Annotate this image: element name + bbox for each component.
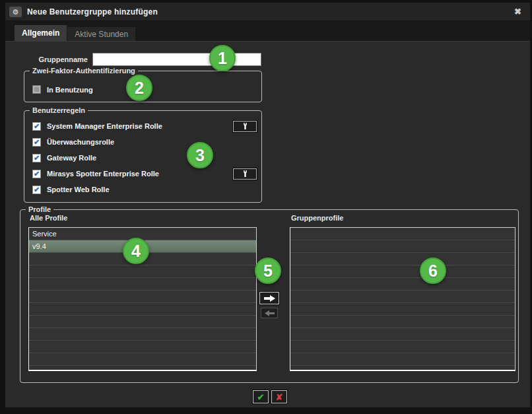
annotation-badge-2: 2	[126, 75, 152, 101]
group-profiles-list[interactable]	[290, 227, 515, 371]
wrench-icon	[242, 170, 249, 178]
wrench-icon	[242, 123, 249, 130]
annotation-badge-6: 6	[420, 258, 446, 284]
role-checkbox-checked[interactable]: ✔	[32, 170, 41, 178]
group-profile-list-item[interactable]	[290, 353, 515, 366]
in-benutzung-row: In Benutzung	[32, 85, 93, 94]
group-profile-list-item[interactable]	[290, 240, 515, 253]
profile-list-item[interactable]	[29, 278, 256, 291]
group-profile-list-item[interactable]	[290, 366, 515, 371]
annotation-badge-4: 4	[123, 238, 149, 264]
user-rules-groupbox: Benutzerregeln ✔System Manager Enterpris…	[24, 110, 262, 203]
ok-button[interactable]: ✔	[253, 390, 269, 403]
arrow-right-icon	[264, 295, 275, 302]
profile-list-item[interactable]	[29, 366, 256, 371]
two-factor-legend: Zwei-Faktor-Authentifizierung	[30, 66, 138, 75]
group-profile-list-item[interactable]	[290, 265, 515, 278]
user-rule-row: ✔System Manager Enterprise Rolle	[32, 119, 257, 133]
user-rule-row: ✔Mirasys Spotter Enterprise Rolle	[32, 166, 257, 181]
role-checkbox-checked[interactable]: ✔	[32, 122, 41, 131]
group-profile-list-item[interactable]	[290, 291, 515, 303]
role-checkbox-checked[interactable]: ✔	[32, 154, 41, 162]
group-profile-list-item[interactable]	[290, 253, 515, 265]
profile-list-item[interactable]	[29, 353, 256, 366]
profile-list-item[interactable]	[29, 328, 256, 341]
profiles-legend: Profile	[26, 205, 53, 214]
group-profiles-header: Gruppenprofile	[291, 214, 343, 222]
role-checkbox-checked[interactable]: ✔	[32, 186, 41, 194]
cancel-button[interactable]: ✘	[271, 390, 287, 403]
user-rule-label: Spotter Web Rolle	[47, 186, 110, 193]
user-rules-legend: Benutzerregeln	[30, 106, 88, 115]
tab-aktive-stunden[interactable]: Aktive Stunden	[67, 27, 135, 41]
group-profile-list-item[interactable]	[290, 228, 515, 240]
arrow-left-icon	[265, 310, 275, 316]
user-rule-label: Mirasys Spotter Enterprise Rolle	[47, 170, 159, 178]
profile-list-item[interactable]: Service	[29, 228, 256, 240]
tab-strip: Allgemein Aktive Stunden	[5, 21, 530, 41]
role-checkbox-checked[interactable]: ✔	[32, 138, 41, 147]
in-benutzung-checkbox[interactable]	[32, 85, 41, 94]
profile-list-item[interactable]	[29, 341, 256, 353]
user-rule-row: ✔Gateway Rolle	[32, 151, 257, 165]
dialog-titlebar: ⚙ Neue Benutzergruppe hinzufügen ✖	[5, 3, 530, 21]
group-profile-list-item[interactable]	[290, 316, 515, 328]
add-user-group-dialog: ⚙ Neue Benutzergruppe hinzufügen ✖ Allge…	[5, 3, 530, 407]
user-rule-row: ✔Spotter Web Rolle	[32, 182, 257, 197]
annotation-badge-1: 1	[209, 45, 236, 71]
move-left-button[interactable]	[261, 308, 278, 318]
tab-content-allgemein: Gruppenname Zwei-Faktor-Authentifizierun…	[5, 41, 530, 407]
profiles-groupbox: Profile Alle Profile Gruppenprofile Serv…	[20, 209, 519, 383]
group-profile-list-item[interactable]	[290, 328, 515, 341]
group-profile-list-item[interactable]	[290, 278, 515, 291]
all-profiles-header: Alle Profile	[30, 214, 67, 222]
group-profile-list-item[interactable]	[290, 303, 515, 316]
user-rule-label: Überwachungsrolle	[47, 138, 114, 146]
group-profile-list-item[interactable]	[290, 341, 515, 353]
screenshot-stage: ⚙ Neue Benutzergruppe hinzufügen ✖ Allge…	[0, 0, 532, 414]
user-rules-list: ✔System Manager Enterprise Rolle✔Überwac…	[32, 119, 257, 198]
in-benutzung-label: In Benutzung	[47, 86, 93, 94]
gears-icon: ⚙	[9, 7, 22, 17]
cross-icon: ✘	[276, 392, 283, 402]
annotation-badge-5: 5	[255, 258, 281, 284]
dialog-title: Neue Benutzergruppe hinzufügen	[27, 7, 158, 17]
role-settings-button[interactable]	[233, 121, 257, 132]
profile-list-item[interactable]	[29, 303, 256, 316]
user-rule-label: System Manager Enterprise Rolle	[47, 122, 162, 130]
tab-allgemein[interactable]: Allgemein	[15, 25, 67, 41]
user-rule-row: ✔Überwachungsrolle	[32, 135, 257, 149]
role-settings-button[interactable]	[233, 168, 257, 180]
profile-list-item[interactable]	[29, 265, 256, 278]
profile-list-item[interactable]	[29, 316, 256, 328]
profile-list-item[interactable]	[29, 291, 256, 303]
check-icon: ✔	[257, 392, 265, 402]
gruppenname-label: Gruppenname	[18, 53, 88, 66]
gruppenname-input[interactable]	[92, 53, 261, 66]
annotation-badge-3: 3	[187, 142, 213, 168]
close-icon[interactable]: ✖	[514, 7, 521, 17]
move-right-button[interactable]	[259, 292, 279, 304]
user-rule-label: Gateway Rolle	[47, 154, 96, 162]
